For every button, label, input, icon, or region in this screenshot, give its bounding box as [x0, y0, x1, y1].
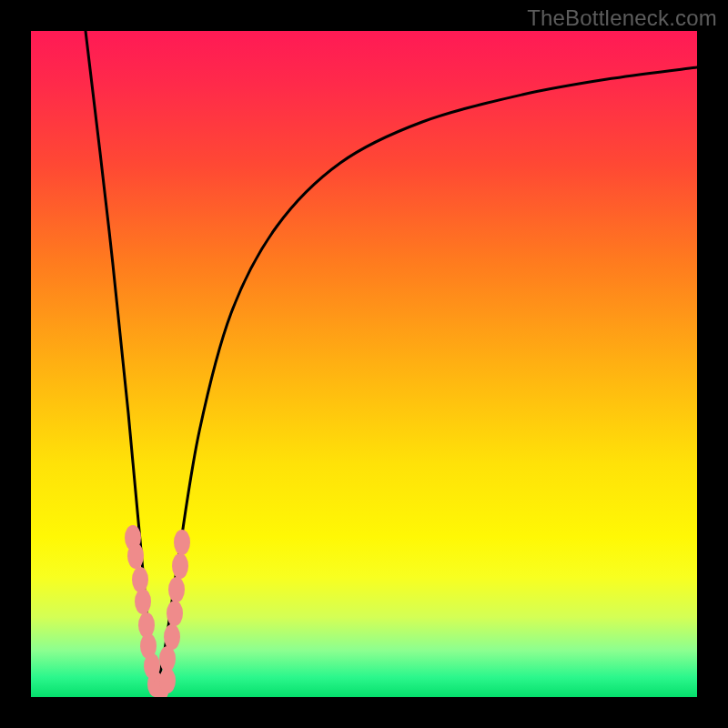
marker-point [167, 601, 183, 626]
chart-frame: TheBottleneck.com [0, 0, 728, 728]
marker-point [174, 530, 190, 555]
marker-point [135, 589, 151, 614]
marker-point [127, 543, 144, 569]
watermark-text: TheBottleneck.com [527, 5, 717, 31]
marker-point [168, 577, 185, 602]
plot-area [31, 31, 697, 697]
chart-svg [31, 31, 697, 697]
curve-right-branch [156, 67, 697, 693]
marker-point [159, 668, 176, 693]
marker-point [164, 624, 180, 650]
marker-point [159, 646, 176, 672]
marker-point [172, 553, 188, 579]
marker-point [132, 567, 148, 592]
